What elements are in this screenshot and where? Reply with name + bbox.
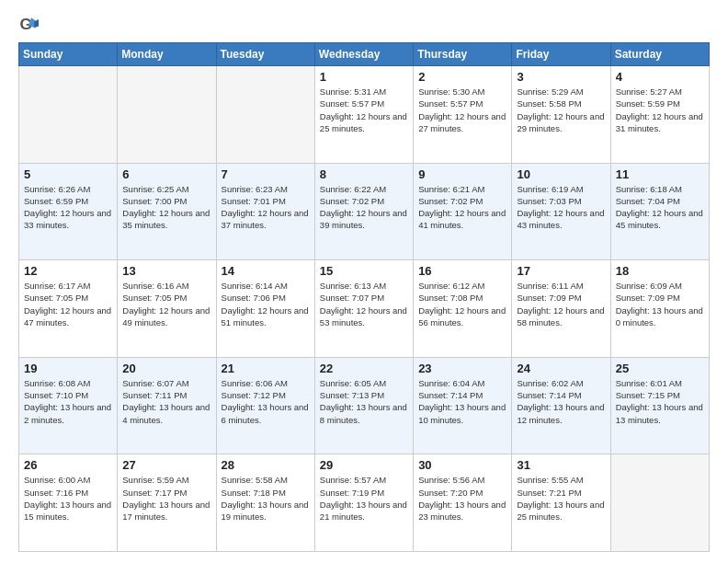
day-info: Sunrise: 6:07 AM Sunset: 7:11 PM Dayligh… xyxy=(122,377,210,426)
calendar-day-cell: 11Sunrise: 6:18 AM Sunset: 7:04 PM Dayli… xyxy=(610,163,709,260)
day-info: Sunrise: 6:11 AM Sunset: 7:09 PM Dayligh… xyxy=(517,280,605,328)
calendar-day-cell: 27Sunrise: 5:59 AM Sunset: 7:17 PM Dayli… xyxy=(118,454,216,552)
logo: G xyxy=(18,15,42,35)
calendar-day-cell: 31Sunrise: 5:55 AM Sunset: 7:21 PM Dayli… xyxy=(512,454,610,552)
day-number: 5 xyxy=(24,167,112,181)
day-info: Sunrise: 6:14 AM Sunset: 7:06 PM Dayligh… xyxy=(222,280,310,328)
calendar-day-cell: 8Sunrise: 6:22 AM Sunset: 7:02 PM Daylig… xyxy=(314,163,413,260)
calendar-day-cell: 2Sunrise: 5:30 AM Sunset: 5:57 PM Daylig… xyxy=(414,66,512,164)
day-number: 15 xyxy=(320,264,408,278)
day-info: Sunrise: 6:13 AM Sunset: 7:07 PM Dayligh… xyxy=(320,280,408,328)
calendar-day-cell: 21Sunrise: 6:06 AM Sunset: 7:12 PM Dayli… xyxy=(216,357,314,454)
calendar-day-cell: 5Sunrise: 6:26 AM Sunset: 6:59 PM Daylig… xyxy=(19,163,118,260)
day-number: 6 xyxy=(122,167,210,181)
day-number: 21 xyxy=(222,362,310,375)
day-info: Sunrise: 6:04 AM Sunset: 7:14 PM Dayligh… xyxy=(418,377,506,426)
calendar-day-cell: 28Sunrise: 5:58 AM Sunset: 7:18 PM Dayli… xyxy=(216,454,314,552)
calendar-day-cell: 15Sunrise: 6:13 AM Sunset: 7:07 PM Dayli… xyxy=(314,260,413,358)
day-number: 22 xyxy=(320,362,408,375)
calendar-day-cell: 26Sunrise: 6:00 AM Sunset: 7:16 PM Dayli… xyxy=(19,454,118,552)
day-info: Sunrise: 6:21 AM Sunset: 7:02 PM Dayligh… xyxy=(418,183,506,232)
day-number: 1 xyxy=(320,70,408,84)
calendar-day-cell: 25Sunrise: 6:01 AM Sunset: 7:15 PM Dayli… xyxy=(610,357,709,454)
day-number: 8 xyxy=(320,167,408,181)
weekday-header-tuesday: Tuesday xyxy=(216,43,314,66)
weekday-header-saturday: Saturday xyxy=(610,43,709,66)
day-info: Sunrise: 6:02 AM Sunset: 7:14 PM Dayligh… xyxy=(517,377,605,426)
day-info: Sunrise: 6:25 AM Sunset: 7:00 PM Dayligh… xyxy=(122,183,210,232)
day-number: 4 xyxy=(616,70,704,84)
day-info: Sunrise: 5:29 AM Sunset: 5:58 PM Dayligh… xyxy=(517,86,605,134)
day-number: 9 xyxy=(418,167,506,181)
calendar-day-cell: 29Sunrise: 5:57 AM Sunset: 7:19 PM Dayli… xyxy=(314,454,413,552)
day-number: 16 xyxy=(418,264,506,278)
day-number: 18 xyxy=(616,264,704,278)
day-info: Sunrise: 6:17 AM Sunset: 7:05 PM Dayligh… xyxy=(24,280,112,328)
weekday-header-friday: Friday xyxy=(512,43,610,66)
day-info: Sunrise: 5:58 AM Sunset: 7:18 PM Dayligh… xyxy=(222,474,310,523)
calendar-day-cell xyxy=(610,454,709,552)
day-number: 14 xyxy=(222,264,310,278)
day-info: Sunrise: 6:18 AM Sunset: 7:04 PM Dayligh… xyxy=(616,183,704,232)
day-number: 28 xyxy=(222,458,310,472)
calendar-day-cell: 23Sunrise: 6:04 AM Sunset: 7:14 PM Dayli… xyxy=(414,357,512,454)
day-info: Sunrise: 6:05 AM Sunset: 7:13 PM Dayligh… xyxy=(320,377,408,426)
calendar-day-cell: 4Sunrise: 5:27 AM Sunset: 5:59 PM Daylig… xyxy=(610,66,709,164)
calendar-day-cell: 7Sunrise: 6:23 AM Sunset: 7:01 PM Daylig… xyxy=(216,163,314,260)
calendar-day-cell: 14Sunrise: 6:14 AM Sunset: 7:06 PM Dayli… xyxy=(216,260,314,358)
calendar-day-cell: 10Sunrise: 6:19 AM Sunset: 7:03 PM Dayli… xyxy=(512,163,610,260)
calendar-day-cell xyxy=(216,66,314,164)
calendar-day-cell xyxy=(118,66,216,164)
calendar-day-cell: 3Sunrise: 5:29 AM Sunset: 5:58 PM Daylig… xyxy=(512,66,610,164)
calendar-week-row: 5Sunrise: 6:26 AM Sunset: 6:59 PM Daylig… xyxy=(19,163,710,260)
day-info: Sunrise: 5:55 AM Sunset: 7:21 PM Dayligh… xyxy=(517,474,605,523)
calendar-day-cell: 12Sunrise: 6:17 AM Sunset: 7:05 PM Dayli… xyxy=(19,260,118,358)
calendar-day-cell: 22Sunrise: 6:05 AM Sunset: 7:13 PM Dayli… xyxy=(314,357,413,454)
day-info: Sunrise: 5:30 AM Sunset: 5:57 PM Dayligh… xyxy=(418,86,506,134)
day-info: Sunrise: 6:00 AM Sunset: 7:16 PM Dayligh… xyxy=(24,474,112,523)
calendar-day-cell: 6Sunrise: 6:25 AM Sunset: 7:00 PM Daylig… xyxy=(118,163,216,260)
calendar-day-cell: 9Sunrise: 6:21 AM Sunset: 7:02 PM Daylig… xyxy=(414,163,512,260)
day-number: 2 xyxy=(418,70,506,84)
calendar-day-cell: 30Sunrise: 5:56 AM Sunset: 7:20 PM Dayli… xyxy=(414,454,512,552)
day-info: Sunrise: 6:26 AM Sunset: 6:59 PM Dayligh… xyxy=(24,183,112,232)
day-number: 27 xyxy=(122,458,210,472)
day-info: Sunrise: 5:27 AM Sunset: 5:59 PM Dayligh… xyxy=(616,86,704,134)
day-number: 31 xyxy=(517,458,605,472)
calendar-day-cell: 16Sunrise: 6:12 AM Sunset: 7:08 PM Dayli… xyxy=(414,260,512,358)
calendar-day-cell: 1Sunrise: 5:31 AM Sunset: 5:57 PM Daylig… xyxy=(314,66,413,164)
day-number: 17 xyxy=(517,264,605,278)
day-info: Sunrise: 5:59 AM Sunset: 7:17 PM Dayligh… xyxy=(122,474,210,523)
day-number: 11 xyxy=(616,167,704,181)
day-info: Sunrise: 5:57 AM Sunset: 7:19 PM Dayligh… xyxy=(320,474,408,523)
logo-icon: G xyxy=(18,15,39,35)
calendar-week-row: 1Sunrise: 5:31 AM Sunset: 5:57 PM Daylig… xyxy=(19,66,710,164)
calendar-day-cell xyxy=(19,66,118,164)
day-number: 7 xyxy=(222,167,310,181)
calendar-day-cell: 18Sunrise: 6:09 AM Sunset: 7:09 PM Dayli… xyxy=(610,260,709,358)
day-number: 25 xyxy=(616,362,704,375)
day-number: 10 xyxy=(517,167,605,181)
weekday-header-row: SundayMondayTuesdayWednesdayThursdayFrid… xyxy=(19,43,710,66)
weekday-header-monday: Monday xyxy=(118,43,216,66)
day-number: 26 xyxy=(24,458,112,472)
calendar-week-row: 19Sunrise: 6:08 AM Sunset: 7:10 PM Dayli… xyxy=(19,357,710,454)
weekday-header-thursday: Thursday xyxy=(414,43,512,66)
day-info: Sunrise: 6:22 AM Sunset: 7:02 PM Dayligh… xyxy=(320,183,408,232)
day-info: Sunrise: 6:23 AM Sunset: 7:01 PM Dayligh… xyxy=(222,183,310,232)
day-number: 23 xyxy=(418,362,506,375)
page: G SundayMondayTuesdayWednesdayThursdayFr… xyxy=(0,0,728,563)
day-number: 19 xyxy=(24,362,112,375)
day-number: 30 xyxy=(418,458,506,472)
day-info: Sunrise: 6:12 AM Sunset: 7:08 PM Dayligh… xyxy=(418,280,506,328)
header: G xyxy=(18,15,710,35)
day-info: Sunrise: 5:31 AM Sunset: 5:57 PM Dayligh… xyxy=(320,86,408,134)
weekday-header-sunday: Sunday xyxy=(19,43,118,66)
day-number: 29 xyxy=(320,458,408,472)
calendar-week-row: 12Sunrise: 6:17 AM Sunset: 7:05 PM Dayli… xyxy=(19,260,710,358)
calendar-day-cell: 24Sunrise: 6:02 AM Sunset: 7:14 PM Dayli… xyxy=(512,357,610,454)
day-info: Sunrise: 6:09 AM Sunset: 7:09 PM Dayligh… xyxy=(616,280,704,328)
day-info: Sunrise: 6:01 AM Sunset: 7:15 PM Dayligh… xyxy=(616,377,704,426)
day-number: 12 xyxy=(24,264,112,278)
day-info: Sunrise: 6:06 AM Sunset: 7:12 PM Dayligh… xyxy=(222,377,310,426)
